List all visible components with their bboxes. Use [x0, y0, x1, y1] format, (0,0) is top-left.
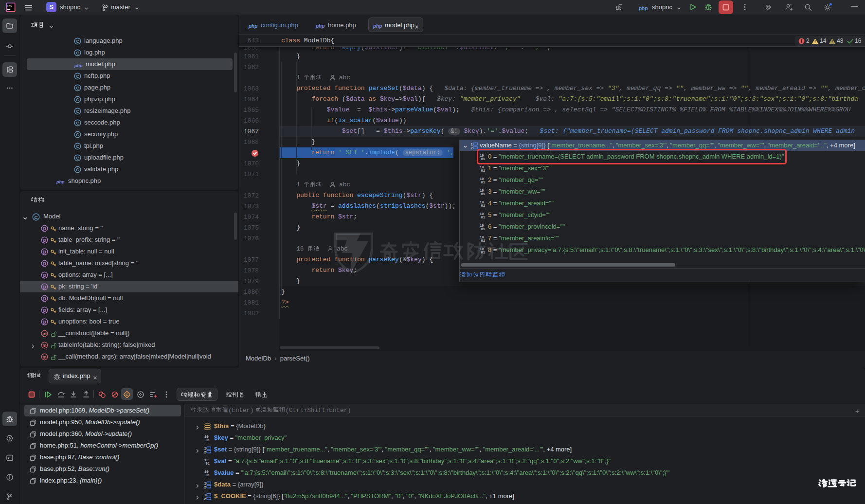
svg-text:php: php	[638, 6, 648, 11]
svg-text:PS: PS	[7, 4, 12, 8]
svg-text:C: C	[76, 109, 79, 114]
svg-text:C: C	[76, 97, 79, 102]
svg-text:m: m	[42, 355, 46, 360]
svg-text:m: m	[42, 343, 46, 348]
svg-text:01: 01	[206, 438, 210, 442]
svg-text:01: 01	[481, 169, 486, 172]
svg-text:php: php	[56, 180, 65, 184]
svg-text:php: php	[373, 23, 382, 29]
svg-text:p: p	[43, 272, 46, 278]
svg-text:01: 01	[481, 227, 486, 231]
svg-text:2: 2	[204, 497, 206, 501]
svg-text:01: 01	[481, 204, 486, 207]
svg-text:C: C	[76, 144, 79, 149]
svg-text:p: p	[43, 307, 46, 313]
svg-text:p: p	[43, 296, 46, 301]
svg-text:C: C	[76, 39, 79, 44]
svg-text:C: C	[76, 51, 79, 55]
svg-text:php: php	[248, 23, 257, 29]
svg-text:01: 01	[206, 462, 210, 465]
svg-text:C: C	[34, 214, 37, 219]
svg-text:2: 2	[471, 146, 473, 150]
svg-text:p: p	[43, 284, 46, 289]
svg-text:C: C	[76, 86, 79, 90]
svg-text:m: m	[42, 331, 46, 336]
svg-text:p: p	[43, 261, 46, 266]
svg-text:php: php	[315, 23, 324, 29]
svg-text:01: 01	[481, 180, 486, 184]
svg-text:C: C	[76, 156, 79, 161]
svg-text:C: C	[76, 132, 79, 137]
svg-text:p: p	[43, 237, 46, 243]
svg-text:01: 01	[481, 192, 486, 196]
svg-text:01: 01	[206, 473, 210, 477]
svg-text:p: p	[43, 226, 46, 231]
svg-text:php: php	[74, 63, 83, 68]
svg-text:p: p	[43, 319, 46, 324]
svg-text:C: C	[76, 74, 79, 79]
svg-text:2: 2	[204, 450, 206, 454]
svg-text:p: p	[43, 249, 46, 254]
svg-text:C: C	[126, 393, 128, 397]
svg-text:C: C	[76, 167, 79, 172]
svg-text:2: 2	[204, 485, 206, 489]
svg-text:01: 01	[481, 216, 486, 219]
svg-text:C: C	[76, 121, 79, 126]
